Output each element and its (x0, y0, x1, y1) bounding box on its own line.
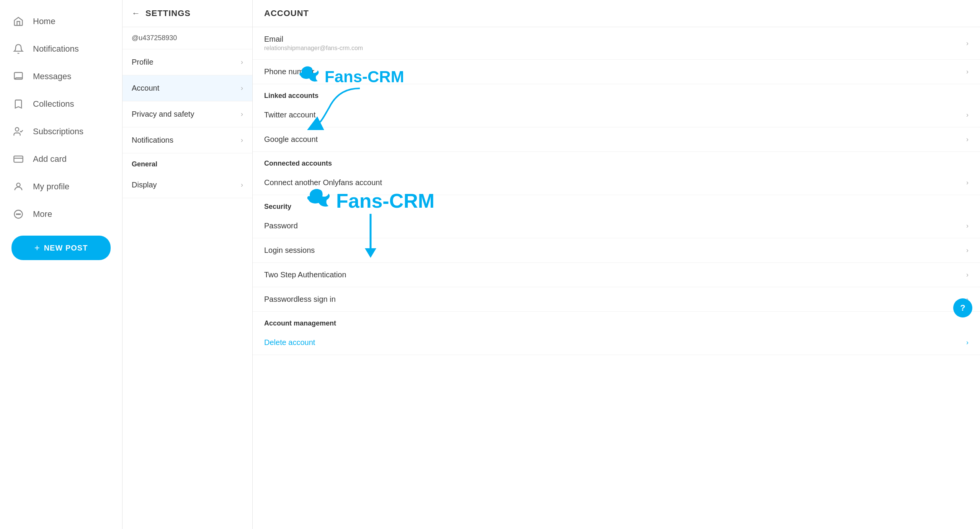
settings-title: SETTINGS (145, 8, 191, 18)
settings-display-label: Display (132, 181, 157, 189)
chevron-right-icon: › (966, 339, 969, 347)
sidebar-item-home-label: Home (33, 16, 56, 26)
svg-point-8 (20, 214, 20, 215)
message-icon (11, 70, 25, 83)
password-title: Password (264, 221, 298, 230)
google-title: Google account (264, 135, 318, 144)
sidebar: Home Notifications Messages Collections … (0, 0, 122, 529)
back-arrow-icon[interactable]: ← (132, 8, 140, 18)
phone-title: Phone number (264, 67, 314, 76)
sidebar-item-my-profile[interactable]: My profile (0, 173, 122, 200)
bell-icon (11, 42, 25, 56)
account-item-twitter[interactable]: Twitter account › (253, 103, 980, 127)
credit-card-icon (11, 152, 25, 166)
home-icon (11, 15, 25, 28)
chevron-right-icon: › (966, 179, 969, 187)
security-title: Security (253, 195, 980, 214)
sidebar-item-subscriptions-label: Subscriptions (33, 127, 83, 137)
chevron-right-icon: › (966, 222, 969, 230)
chevron-right-icon: › (966, 246, 969, 254)
settings-panel: ← SETTINGS @u437258930 Profile › Account… (122, 0, 253, 529)
delete-account-title: Delete account (264, 338, 315, 347)
general-section-label: General (122, 153, 252, 172)
sidebar-item-my-profile-label: My profile (33, 182, 69, 192)
settings-privacy-label: Privacy and safety (132, 110, 194, 119)
chevron-right-icon: › (966, 271, 969, 279)
passwordless-title: Passwordless sign in (264, 295, 336, 304)
twitter-title: Twitter account (264, 111, 316, 119)
sidebar-item-collections[interactable]: Collections (0, 90, 122, 118)
account-header: ACCOUNT (253, 0, 980, 27)
account-item-two-step[interactable]: Two Step Authentication › (253, 263, 980, 287)
account-item-delete[interactable]: Delete account › (253, 330, 980, 355)
settings-item-notifications[interactable]: Notifications › (122, 127, 252, 153)
account-item-phone[interactable]: Phone number › (253, 60, 980, 84)
new-post-button[interactable]: + NEW POST (11, 236, 111, 260)
settings-account-label: Account (132, 84, 159, 93)
login-sessions-title: Login sessions (264, 246, 315, 255)
settings-item-display[interactable]: Display › (122, 172, 252, 198)
user-check-icon (11, 125, 25, 138)
svg-point-6 (16, 214, 17, 215)
sidebar-item-collections-label: Collections (33, 99, 74, 109)
account-item-passwordless[interactable]: Passwordless sign in › (253, 287, 980, 312)
account-management-title: Account management (253, 312, 980, 330)
connect-onlyfans-title: Connect another Onlyfans account (264, 178, 382, 187)
account-panel: ACCOUNT Email relationshipmanager@fans-c… (253, 0, 980, 529)
settings-profile-label: Profile (132, 58, 154, 67)
sidebar-item-notifications-label: Notifications (33, 44, 79, 54)
help-icon: ? (960, 303, 965, 313)
account-title: ACCOUNT (264, 8, 969, 18)
username-row: @u437258930 (122, 27, 252, 49)
email-subtitle: relationshipmanager@fans-crm.com (264, 45, 363, 52)
sidebar-item-add-card[interactable]: Add card (0, 145, 122, 173)
svg-point-4 (16, 183, 20, 187)
chevron-right-icon: › (241, 84, 243, 92)
chevron-right-icon: › (966, 68, 969, 76)
settings-header: ← SETTINGS (122, 0, 252, 27)
settings-item-account[interactable]: Account › (122, 75, 252, 101)
svg-rect-2 (14, 156, 23, 162)
bookmark-icon (11, 97, 25, 111)
connected-accounts-title: Connected accounts (253, 152, 980, 171)
sidebar-item-messages[interactable]: Messages (0, 63, 122, 90)
chevron-right-icon: › (241, 110, 243, 118)
email-title: Email (264, 35, 363, 44)
sidebar-item-messages-label: Messages (33, 72, 71, 81)
more-icon (11, 207, 25, 221)
settings-item-privacy[interactable]: Privacy and safety › (122, 101, 252, 127)
svg-point-1 (15, 128, 19, 131)
user-icon (11, 180, 25, 194)
account-item-login-sessions[interactable]: Login sessions › (253, 238, 980, 263)
settings-notifications-label: Notifications (132, 136, 173, 145)
chevron-right-icon: › (241, 136, 243, 144)
account-item-password[interactable]: Password › (253, 214, 980, 238)
account-item-email[interactable]: Email relationshipmanager@fans-crm.com › (253, 27, 980, 60)
chevron-right-icon: › (966, 111, 969, 119)
chevron-right-icon: › (966, 135, 969, 143)
two-step-title: Two Step Authentication (264, 270, 346, 279)
help-button[interactable]: ? (953, 298, 972, 317)
username: @u437258930 (132, 34, 177, 42)
sidebar-item-more[interactable]: More (0, 200, 122, 228)
plus-icon: + (34, 243, 40, 253)
sidebar-item-add-card-label: Add card (33, 154, 67, 164)
account-item-connect-onlyfans[interactable]: Connect another Onlyfans account › (253, 171, 980, 195)
svg-point-7 (18, 214, 19, 215)
sidebar-item-subscriptions[interactable]: Subscriptions (0, 118, 122, 145)
sidebar-item-home[interactable]: Home (0, 8, 122, 35)
chevron-right-icon: › (241, 58, 243, 66)
linked-accounts-title: Linked accounts (253, 84, 980, 103)
chevron-right-icon: › (966, 39, 969, 47)
settings-item-profile[interactable]: Profile › (122, 49, 252, 75)
right-panel-wrapper: ACCOUNT Email relationshipmanager@fans-c… (253, 0, 980, 529)
chevron-right-icon: › (241, 181, 243, 189)
sidebar-item-notifications[interactable]: Notifications (0, 35, 122, 63)
sidebar-item-more-label: More (33, 209, 52, 219)
account-item-google[interactable]: Google account › (253, 127, 980, 152)
new-post-label: NEW POST (44, 244, 88, 252)
